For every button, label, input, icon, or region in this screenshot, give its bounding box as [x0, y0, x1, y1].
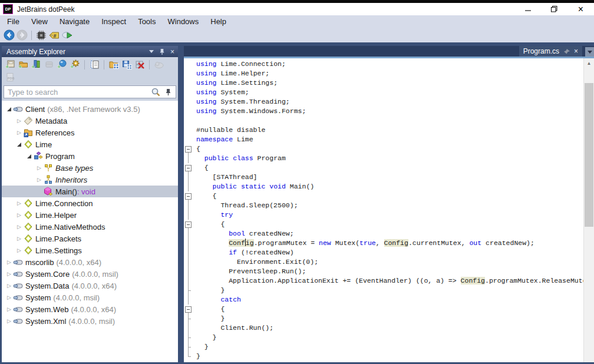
code-line[interactable]: [STAThread] — [184, 173, 594, 182]
code-line[interactable]: using System; — [184, 88, 594, 97]
code-line[interactable]: PreventSleep.Run(); — [184, 267, 594, 276]
search-icon[interactable] — [151, 87, 161, 97]
tree-expander-icon[interactable]: ▷ — [5, 307, 13, 312]
tree-expander-icon[interactable]: ▷ — [5, 283, 13, 289]
menu-item-windows[interactable]: Windows — [162, 15, 205, 28]
tab-close-icon[interactable]: × — [574, 48, 578, 55]
open-assembly-button[interactable]: + — [4, 59, 16, 70]
export-to-project-button[interactable] — [88, 59, 101, 70]
tree-expander-icon[interactable]: ▷ — [35, 177, 43, 183]
tree-row-lime-helper[interactable]: ▷Lime.Helper — [2, 209, 178, 221]
code-line[interactable]: bool createdNew; — [184, 229, 594, 239]
panel-pin-icon[interactable] — [159, 48, 165, 55]
code-line[interactable]: } — [184, 352, 594, 361]
code-line[interactable]: } — [184, 342, 594, 352]
run-button[interactable] — [61, 29, 74, 41]
code-line[interactable]: Environment.Exit(0); — [184, 257, 594, 267]
open-from-process-button[interactable]: + — [68, 59, 81, 70]
tree-row-references[interactable]: ▷References — [2, 127, 178, 138]
tree-expander-icon[interactable]: ▷ — [15, 236, 23, 241]
code-line[interactable]: using Lime.Connection; — [184, 59, 594, 69]
fold-box-icon[interactable] — [184, 305, 193, 314]
close-button[interactable]: × — [567, 3, 594, 15]
code-line[interactable]: using Lime.Settings; — [184, 78, 594, 88]
tree-row-system-core[interactable]: ▷System.Core(4.0.0.0, msil) — [2, 268, 178, 280]
remove-all-button[interactable] — [133, 59, 146, 70]
code-line[interactable]: using Lime.Helper; — [184, 69, 594, 78]
code-line[interactable]: Thread.Sleep(2500); — [184, 201, 594, 210]
code-line[interactable]: if (!createdNew) — [184, 248, 594, 257]
fold-box-icon[interactable] — [184, 220, 193, 229]
code-line[interactable] — [184, 116, 594, 125]
tree-row-lime-settings[interactable]: ▷Lime.Settings — [2, 244, 178, 256]
back-button[interactable] — [2, 29, 15, 41]
code-line[interactable]: namespace Lime — [184, 135, 594, 144]
code-line[interactable]: { — [184, 144, 594, 154]
process-explorer-button[interactable] — [35, 29, 48, 41]
search-input[interactable] — [4, 88, 151, 97]
code-line[interactable]: { — [184, 305, 594, 314]
code-line[interactable]: public class Program — [184, 154, 594, 163]
tree-row-base-types[interactable]: ▷Base types — [2, 162, 178, 174]
open-folder-button[interactable]: + — [16, 59, 29, 70]
fold-box-icon[interactable] — [184, 144, 193, 154]
save-assembly-list-button[interactable] — [120, 59, 133, 70]
menu-item-navigate[interactable]: Navigate — [54, 15, 95, 28]
tree-row-metadata[interactable]: ▷Metadata — [2, 115, 178, 127]
panel-close-icon[interactable]: × — [170, 48, 174, 55]
explore-folder-button[interactable] — [107, 59, 120, 70]
tab-list-dropdown[interactable] — [585, 47, 594, 57]
menu-item-tools[interactable]: Tools — [132, 15, 161, 28]
tree-row-lime-connection[interactable]: ▷Lime.Connection — [2, 197, 178, 209]
code-line[interactable]: { — [184, 163, 594, 173]
minimize-button[interactable] — [514, 3, 541, 15]
tree-expander-icon[interactable]: ▷ — [15, 118, 23, 124]
tab-program-cs[interactable]: Program.cs × — [519, 46, 582, 57]
code-line[interactable]: } — [184, 286, 594, 295]
fold-box-icon[interactable] — [184, 191, 193, 201]
tree-row-mscorlib[interactable]: ▷mscorlib(4.0.0.0, x64) — [2, 256, 178, 268]
tree-row-lime-nativemethods[interactable]: ▷Lime.NativeMethods — [2, 221, 178, 233]
tree-row-system-web[interactable]: ▷System.Web(4.0.0.0, x64) — [2, 303, 178, 315]
tree-row-inheritors[interactable]: ▷Inheritors — [2, 174, 178, 186]
code-line[interactable]: try — [184, 210, 594, 220]
tree-expander-icon[interactable] — [25, 154, 33, 158]
fold-box-icon[interactable] — [184, 163, 193, 173]
tree-row-program[interactable]: Program — [2, 150, 178, 162]
code-line[interactable]: { — [184, 220, 594, 229]
code-line[interactable]: Application.ApplicationExit += (EventHan… — [184, 276, 594, 286]
tree-row-system-xml[interactable]: ▷System.Xml(4.0.0.0, msil) — [2, 315, 178, 327]
code-line[interactable]: } — [184, 314, 594, 323]
menu-item-inspect[interactable]: Inspect — [95, 15, 132, 28]
code-line[interactable]: Config.programMutex = new Mutex(true, Co… — [184, 239, 594, 248]
tree-expander-icon[interactable] — [5, 107, 13, 111]
tree-row-lime-packets[interactable]: ▷Lime.Packets — [2, 233, 178, 244]
tree-row-main[interactable]: Main() : void — [2, 186, 178, 197]
code-editor[interactable]: using Lime.Connection;using Lime.Helper;… — [184, 58, 594, 362]
tree-row-lime[interactable]: Lime — [2, 138, 178, 150]
tree-expander-icon[interactable]: ▷ — [15, 130, 23, 135]
menu-item-file[interactable]: File — [1, 15, 25, 28]
tree-expander-icon[interactable]: ▷ — [35, 166, 43, 171]
restore-button[interactable] — [541, 3, 567, 15]
editor-scrollbar[interactable]: ▲ — [583, 58, 594, 362]
scrollbar-thumb[interactable] — [585, 83, 593, 227]
code-line[interactable]: Client.Run(); — [184, 323, 594, 333]
tree-expander-icon[interactable]: ▷ — [15, 248, 23, 253]
tree-expander-icon[interactable]: ▷ — [5, 272, 13, 277]
scrollbar-up-icon[interactable]: ▲ — [584, 58, 594, 68]
code-line[interactable]: { — [184, 191, 594, 201]
code-line[interactable]: } — [184, 333, 594, 342]
code-line[interactable]: #nullable disable — [184, 125, 594, 135]
menu-item-help[interactable]: Help — [204, 15, 232, 28]
code-line[interactable]: public static void Main() — [184, 182, 594, 191]
code-line[interactable]: catch — [184, 295, 594, 305]
il-viewer-button[interactable]: # — [48, 29, 61, 41]
search-pin-icon[interactable] — [165, 88, 171, 96]
tree-expander-icon[interactable] — [15, 143, 23, 147]
tree-row-system[interactable]: ▷System(4.0.0.0, msil) — [2, 292, 178, 303]
tree-row-client[interactable]: Client(x86, .Net Framework v3.5) — [2, 103, 178, 115]
menu-item-view[interactable]: View — [25, 15, 54, 28]
code-line[interactable]: using System.Windows.Forms; — [184, 107, 594, 116]
tree-expander-icon[interactable]: ▷ — [15, 213, 23, 218]
